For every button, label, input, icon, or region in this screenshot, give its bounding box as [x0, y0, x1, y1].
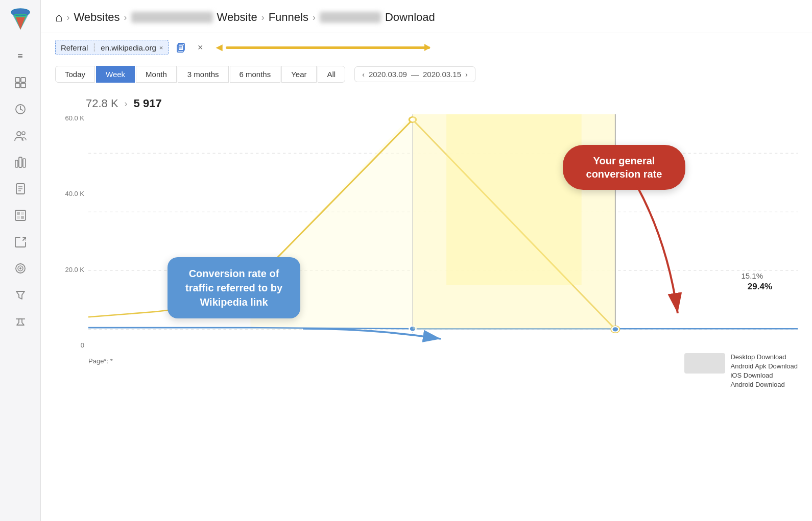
date-next-button[interactable]: › [465, 70, 468, 79]
svg-rect-6 [21, 78, 26, 82]
time-btn-month[interactable]: Month [136, 66, 177, 83]
dashboard-icon[interactable] [13, 76, 28, 90]
breadcrumb-sep-2: › [124, 12, 127, 23]
red-annotation-bubble: Your general conversion rate [563, 145, 685, 190]
breadcrumb-funnels[interactable]: Funnels [269, 11, 308, 24]
date-range-selector: ‹ 2020.03.09 — 2020.03.15 › [354, 66, 475, 82]
legend-item-2: iOS Download [730, 371, 798, 379]
svg-rect-22 [17, 216, 20, 219]
sidebar-logo [9, 8, 32, 35]
visitors-icon[interactable] [13, 129, 28, 143]
svg-rect-23 [21, 216, 24, 219]
y-label-60k: 60.0 K [65, 114, 84, 122]
main-content: ⌂ › Websites › Website › Funnels › Downl… [41, 0, 812, 521]
breadcrumb-blurred-2 [320, 12, 381, 23]
svg-rect-44 [446, 114, 582, 285]
breadcrumb-download: Download [385, 11, 435, 24]
x-axis-label: Page*: * [88, 357, 113, 365]
date-dash: — [411, 70, 419, 79]
home-icon[interactable]: ⌂ [55, 10, 63, 24]
golden-arrow-annotation: ◄ [213, 41, 430, 54]
svg-point-45 [612, 327, 618, 332]
filter-bar: Referral ┆ en.wikipedia.org × × ◄ [41, 33, 812, 62]
breadcrumb-sep-4: › [313, 12, 316, 23]
traffic-icon[interactable] [13, 155, 28, 169]
svg-rect-7 [15, 83, 20, 88]
breadcrumb-websites[interactable]: Websites [74, 11, 120, 24]
svg-rect-21 [21, 212, 24, 215]
time-btn-today[interactable]: Today [55, 66, 95, 83]
stat-right: 5 917 [134, 97, 162, 110]
date-end: 2020.03.15 [423, 70, 461, 79]
y-axis: 60.0 K 40.0 K 20.0 K 0 [55, 114, 88, 349]
time-btn-year[interactable]: Year [281, 66, 316, 83]
legend-thumbnail [684, 353, 725, 374]
sidebar: ≡ [0, 0, 41, 521]
y-label-20k: 20.0 K [65, 266, 84, 274]
filter-label: Referral [61, 43, 88, 52]
legend-item-3: Android Download [730, 381, 798, 388]
y-label-40k: 40.0 K [65, 190, 84, 197]
chart-area: 72.8 K › 5 917 60.0 K 40.0 K 20.0 K 0 [41, 89, 812, 521]
filter-sidebar-icon[interactable] [13, 314, 28, 329]
breadcrumb: ⌂ › Websites › Website › Funnels › Downl… [41, 0, 812, 33]
heatmap-icon[interactable] [13, 208, 28, 222]
time-btn-all[interactable]: All [318, 66, 346, 83]
breadcrumb-website: Website [217, 11, 257, 24]
goals-icon[interactable] [13, 261, 28, 276]
chart-container: 60.0 K 40.0 K 20.0 K 0 [55, 114, 798, 380]
realtime-icon[interactable] [13, 102, 28, 116]
chart-bottom: Page*: * Desktop Download Android Apk Do… [88, 349, 798, 380]
y-label-0: 0 [81, 341, 84, 349]
filter-value: en.wikipedia.org [101, 43, 156, 52]
svg-rect-5 [15, 78, 20, 82]
menu-icon[interactable]: ≡ [13, 49, 28, 63]
filter-copy-button[interactable] [173, 39, 189, 56]
date-prev-button[interactable]: ‹ [362, 70, 365, 79]
legend-item-1: Android Apk Download [730, 362, 798, 370]
svg-point-11 [22, 132, 25, 135]
legend-item-0: Desktop Download [730, 353, 798, 361]
svg-rect-14 [23, 159, 26, 167]
date-start: 2020.03.09 [369, 70, 407, 79]
stat-left: 72.8 K [86, 97, 118, 110]
stat-arrow: › [125, 98, 128, 109]
breadcrumb-blurred-1 [131, 12, 213, 23]
svg-rect-20 [17, 212, 20, 215]
svg-rect-8 [21, 83, 26, 88]
svg-rect-13 [15, 160, 18, 167]
filter-close-button[interactable]: × [193, 40, 207, 55]
breadcrumb-sep-3: › [261, 12, 265, 23]
time-range-bar: Today Week Month 3 months 6 months Year … [41, 62, 812, 89]
svg-rect-19 [15, 210, 26, 220]
percentage-label-2: 29.4% [748, 282, 772, 292]
svg-rect-12 [19, 157, 22, 167]
breadcrumb-sep-1: › [67, 12, 70, 23]
funnel-nav-icon[interactable] [13, 288, 28, 302]
svg-point-26 [19, 267, 21, 269]
time-btn-week[interactable]: Week [96, 66, 135, 83]
filter-tag-close-icon[interactable]: × [159, 44, 163, 52]
percentage-label-1: 15.1% [741, 271, 763, 280]
pages-icon[interactable] [13, 182, 28, 196]
svg-point-10 [17, 132, 21, 136]
filter-tag: Referral ┆ en.wikipedia.org × [55, 40, 169, 55]
legend-items: Desktop Download Android Apk Download iO… [730, 353, 798, 388]
chart-stats-header: 72.8 K › 5 917 [55, 97, 798, 110]
time-btn-6months[interactable]: 6 months [230, 66, 281, 83]
export-icon[interactable] [13, 235, 28, 249]
blue-annotation-bubble: Conversion rate of traffic referred to b… [168, 257, 300, 318]
time-btn-3months[interactable]: 3 months [178, 66, 229, 83]
